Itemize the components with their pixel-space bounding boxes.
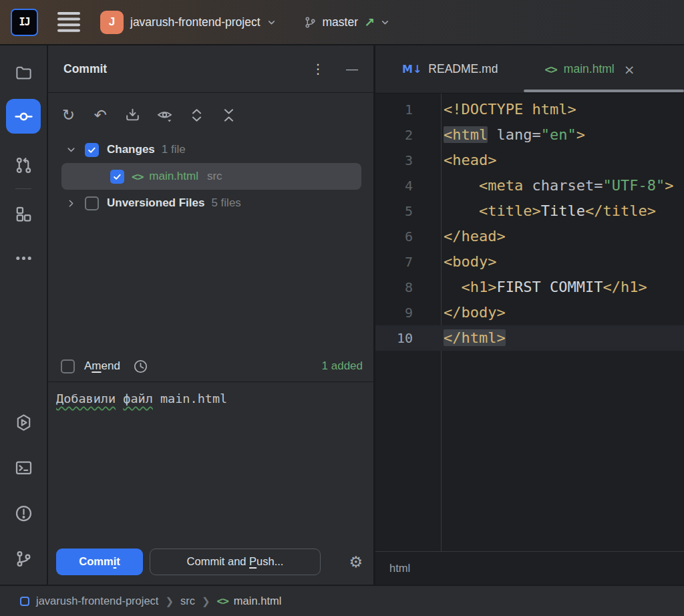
commit-and-push-button[interactable]: Commit and Push... — [150, 549, 321, 575]
tab-main-html[interactable]: <> main.html × — [527, 45, 652, 93]
code-line[interactable]: 6</head> — [375, 224, 684, 249]
commit-toolbar: ↻ ↶ — [48, 93, 373, 137]
added-files-badge: 1 added — [322, 359, 363, 373]
breadcrumb-project[interactable]: javarush-frontend-project — [36, 595, 158, 607]
sidebar-item-commit[interactable] — [6, 99, 41, 134]
line-number: 8 — [375, 275, 413, 300]
sidebar-item-problems[interactable] — [9, 499, 37, 527]
file-checkbox[interactable] — [110, 170, 124, 184]
branch-name: master — [323, 15, 358, 29]
project-name: javarush-frontend-project — [130, 15, 261, 29]
terminal-icon — [15, 459, 33, 477]
amend-row: Amend 1 added — [48, 351, 373, 381]
changes-group-row[interactable]: Changes 1 file — [48, 137, 373, 162]
code-line[interactable]: 1<!DOCTYPE html> — [375, 97, 684, 122]
ide-window: IJ J javarush-frontend-project master ↗ — [0, 0, 684, 616]
code-text[interactable]: </head> — [441, 224, 506, 249]
chevron-down-icon[interactable] — [65, 144, 77, 156]
chevron-right-icon[interactable] — [65, 198, 77, 209]
outgoing-commits-arrow-icon: ↗ — [364, 15, 375, 29]
commit-tool-window: Commit ⋮ — ↻ ↶ — [48, 45, 375, 585]
commit-message-history-button[interactable] — [133, 359, 148, 374]
panel-options-button[interactable]: ⋮ — [311, 62, 325, 75]
breadcrumb-html[interactable]: html — [389, 562, 410, 575]
sidebar-item-pull-requests[interactable] — [9, 151, 37, 179]
git-branch-icon — [304, 16, 317, 29]
editor-pane: M↓ README.md <> main.html × 1<!DOCTYPE h… — [375, 45, 684, 585]
chevron-down-icon — [381, 18, 389, 27]
structure-icon — [15, 205, 33, 223]
kebab-icon: ⋮ — [311, 61, 325, 77]
code-line[interactable]: 5 <title>Title</title> — [375, 198, 684, 224]
code-text[interactable]: </body> — [441, 300, 506, 325]
commit-message-input[interactable]: Добавили файл main.html — [48, 381, 373, 543]
code-line[interactable]: 9</body> — [375, 300, 684, 325]
tab-label: README.md — [428, 62, 498, 76]
sidebar-item-structure[interactable] — [9, 200, 37, 228]
intellij-logo-icon: IJ — [11, 9, 38, 36]
sidebar-item-version-control[interactable] — [9, 545, 37, 573]
changes-tree: Changes 1 file <> main.html src — [48, 137, 373, 218]
code-text[interactable]: <head> — [441, 148, 496, 173]
code-line[interactable]: 2<html lang="en"> — [375, 122, 684, 148]
chevron-right-icon: ❯ — [202, 595, 210, 607]
breadcrumb-file[interactable]: main.html — [234, 595, 282, 607]
markdown-file-icon: M↓ — [402, 63, 421, 75]
sidebar-item-services[interactable] — [9, 408, 37, 436]
changed-file-row[interactable]: <> main.html src — [61, 163, 361, 190]
changes-checkbox[interactable] — [85, 143, 99, 157]
commit-actions: Commit Commit and Push... ⚙ — [48, 543, 373, 585]
gear-icon: ⚙ — [349, 553, 363, 571]
collapse-all-button[interactable] — [220, 107, 237, 124]
unversioned-checkbox[interactable] — [85, 196, 99, 210]
code-editor[interactable]: 1<!DOCTYPE html>2<html lang="en">3<head>… — [375, 94, 684, 551]
editor-breadcrumb-bar: html — [375, 551, 684, 585]
code-line[interactable]: 10</html> — [375, 325, 684, 351]
code-line[interactable]: 3<head> — [375, 148, 684, 173]
tab-readme[interactable]: M↓ README.md — [385, 45, 515, 93]
sidebar-item-more[interactable] — [9, 244, 37, 272]
refresh-button[interactable]: ↻ — [60, 107, 77, 124]
line-number: 7 — [375, 249, 413, 275]
hide-panel-button[interactable]: — — [345, 62, 359, 75]
breadcrumb-src[interactable]: src — [180, 595, 195, 607]
code-text[interactable]: <html lang="en"> — [441, 122, 585, 148]
view-options-button[interactable] — [156, 107, 173, 124]
pull-request-icon — [15, 156, 33, 174]
file-name: main.html — [149, 170, 198, 183]
file-directory: src — [207, 170, 222, 183]
message-word: Добавили — [56, 392, 116, 406]
code-line[interactable]: 4 <meta charset="UTF-8"> — [375, 173, 684, 198]
code-text[interactable]: <title>Title</title> — [441, 198, 656, 224]
active-tab-indicator — [524, 90, 684, 93]
shelve-button[interactable] — [124, 107, 141, 124]
code-line[interactable]: 7<body> — [375, 249, 684, 275]
commit-options-button[interactable]: ⚙ — [349, 553, 363, 571]
main-menu-button[interactable] — [57, 12, 80, 32]
code-text[interactable]: <meta charset="UTF-8"> — [441, 173, 673, 198]
message-word: main.html — [160, 392, 227, 406]
amend-label[interactable]: Amend — [84, 359, 120, 373]
unversioned-group-row[interactable]: Unversioned Files 5 files — [48, 190, 373, 216]
code-text[interactable]: <h1>FIRST COMMIT</h1> — [441, 275, 647, 300]
amend-checkbox[interactable] — [61, 359, 75, 373]
code-text[interactable]: <!DOCTYPE html> — [441, 97, 576, 122]
line-number: 9 — [375, 300, 413, 325]
commit-button[interactable]: Commit — [56, 549, 143, 575]
rollback-button[interactable]: ↶ — [92, 107, 109, 124]
message-word: файл — [123, 392, 153, 406]
expand-all-icon — [189, 108, 204, 123]
clock-icon — [133, 359, 148, 374]
code-line[interactable]: 8 <h1>FIRST COMMIT</h1> — [375, 275, 684, 300]
sidebar-item-terminal[interactable] — [9, 454, 37, 482]
minimize-icon: — — [345, 61, 359, 77]
problems-icon — [15, 504, 33, 522]
sidebar-item-project[interactable] — [9, 59, 37, 87]
close-tab-button[interactable]: × — [624, 63, 635, 76]
code-text[interactable]: </html> — [441, 325, 506, 351]
project-widget[interactable]: J javarush-frontend-project — [100, 11, 276, 34]
code-text[interactable]: <body> — [441, 249, 496, 275]
expand-all-button[interactable] — [188, 107, 205, 124]
vcs-branch-widget[interactable]: master ↗ — [304, 15, 389, 29]
panel-title: Commit — [63, 62, 107, 76]
